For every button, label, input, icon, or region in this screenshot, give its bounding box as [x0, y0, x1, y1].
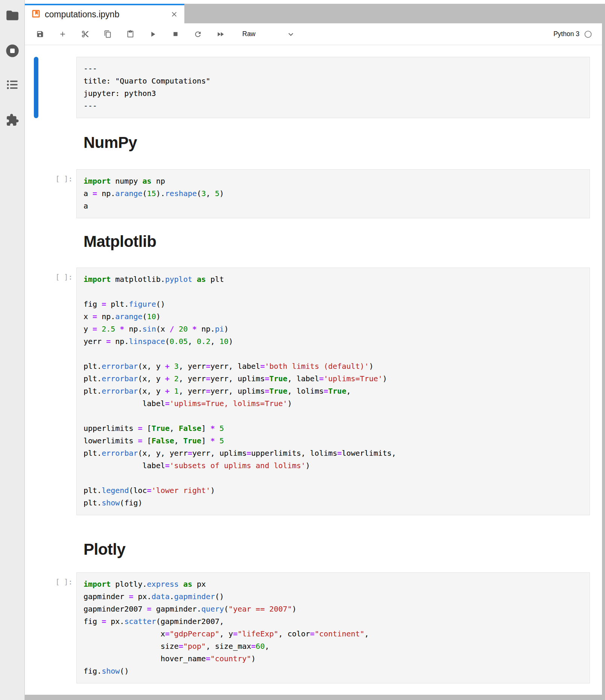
- execution-count-prompt: [ ]:: [38, 268, 76, 515]
- run-icon: [149, 30, 157, 38]
- sidebar-item-table-of-contents[interactable]: [6, 78, 19, 91]
- copy-cells-button[interactable]: [96, 26, 119, 43]
- restart-kernel-button[interactable]: [187, 26, 209, 43]
- notebook-content: ---title: "Quarto Computations"jupyter: …: [25, 45, 602, 683]
- raw-cell: ---title: "Quarto Computations"jupyter: …: [34, 57, 590, 118]
- cell-editor[interactable]: import plotly.express as pxgapminder = p…: [76, 572, 590, 683]
- paste-cells-button[interactable]: [119, 26, 141, 43]
- sidebar-item-file-browser[interactable]: [5, 8, 20, 23]
- notebook-icon: [32, 9, 40, 20]
- copy-icon: [104, 30, 112, 38]
- section-heading: NumPy: [76, 133, 137, 152]
- cell-editor[interactable]: ---title: "Quarto Computations"jupyter: …: [76, 57, 590, 118]
- close-icon[interactable]: [169, 9, 179, 19]
- cell-collapser[interactable]: [34, 572, 38, 683]
- markdown-cell: Plotly: [34, 540, 590, 558]
- folder-icon: [5, 8, 20, 23]
- jupyterlab-window: computations.ipynb: [0, 0, 605, 700]
- execution-count-prompt: [ ]:: [38, 572, 76, 683]
- cell-collapser[interactable]: [34, 133, 38, 152]
- section-heading: Matplotlib: [76, 232, 156, 251]
- execution-count-prompt: [38, 540, 76, 558]
- bottom-edge-strip: [25, 695, 605, 700]
- run-all-cells-button[interactable]: [209, 26, 232, 43]
- execution-count-prompt: [ ]:: [38, 169, 76, 218]
- code-cell: [ ]:import plotly.express as pxgapminder…: [34, 572, 590, 683]
- cell-collapser[interactable]: [34, 57, 38, 118]
- markdown-cell: Matplotlib: [34, 232, 590, 251]
- run-cell-button[interactable]: [141, 26, 164, 43]
- cell-collapser[interactable]: [34, 169, 38, 218]
- extensions-icon: [6, 113, 19, 127]
- code-cell: [ ]:import matplotlib.pyplot as plt fig …: [34, 268, 590, 515]
- save-icon: [36, 30, 44, 38]
- kernel-idle-circle-icon[interactable]: [584, 30, 592, 38]
- cell-editor[interactable]: import matplotlib.pyplot as plt fig = pl…: [76, 268, 590, 515]
- cell-collapser[interactable]: [34, 268, 38, 515]
- run-all-icon: [216, 30, 225, 38]
- interrupt-kernel-button[interactable]: [164, 26, 187, 43]
- add-cell-icon: [59, 30, 67, 38]
- execution-count-prompt: [38, 232, 76, 251]
- save-button[interactable]: [29, 26, 51, 43]
- code-cell: [ ]:import numpy as npa = np.arange(15).…: [34, 169, 590, 218]
- execution-count-prompt: [38, 133, 76, 152]
- tab-title: computations.ipynb: [45, 9, 169, 20]
- cell-type-dropdown[interactable]: Raw: [242, 30, 255, 38]
- right-edge-strip: [602, 4, 605, 700]
- section-heading: Plotly: [76, 540, 125, 558]
- cut-cells-button[interactable]: [74, 26, 96, 43]
- table-of-contents-icon: [6, 78, 19, 91]
- cut-icon: [81, 30, 89, 38]
- running-kernels-icon: [5, 43, 20, 58]
- paste-icon: [126, 30, 134, 38]
- notebook-toolbar: Raw Python 3: [25, 23, 602, 45]
- stop-icon: [172, 30, 179, 38]
- chevron-down-icon[interactable]: [286, 30, 295, 39]
- tab-computations-ipynb[interactable]: computations.ipynb: [25, 4, 184, 23]
- restart-icon: [194, 30, 202, 38]
- cell-collapser[interactable]: [34, 540, 38, 558]
- execution-count-prompt: [38, 57, 76, 118]
- cell-editor[interactable]: import numpy as npa = np.arange(15).resh…: [76, 169, 590, 218]
- sidebar-item-running-kernels[interactable]: [5, 43, 20, 58]
- kernel-name[interactable]: Python 3: [553, 30, 579, 38]
- cell-collapser[interactable]: [34, 232, 38, 251]
- left-sidebar: [0, 0, 25, 700]
- sidebar-item-extensions[interactable]: [6, 113, 19, 127]
- markdown-cell: NumPy: [34, 133, 590, 152]
- tab-bar: computations.ipynb: [25, 4, 605, 23]
- add-cell-button[interactable]: [51, 26, 74, 43]
